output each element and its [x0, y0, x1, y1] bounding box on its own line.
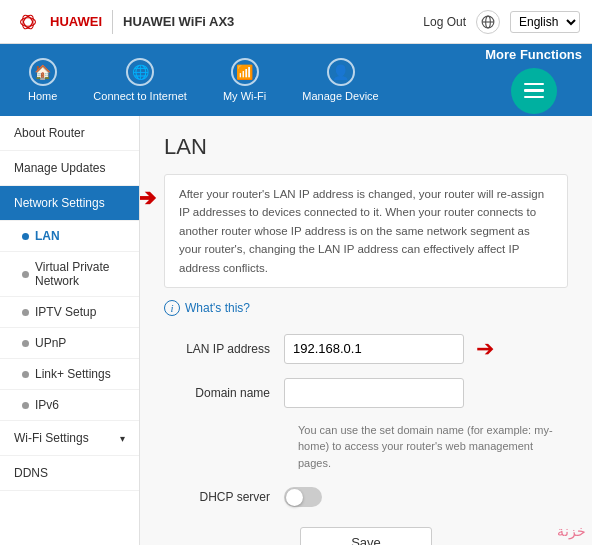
sidebar-item-ddns[interactable]: DDNS [0, 456, 139, 491]
sidebar: About Router Manage Updates Network Sett… [0, 116, 140, 545]
sidebar-item-linkplus[interactable]: Link+ Settings [0, 359, 139, 390]
nav-home-label: Home [28, 90, 57, 102]
nav-home[interactable]: 🏠 Home [10, 50, 75, 110]
lan-ip-label: LAN IP address [164, 342, 284, 356]
language-select[interactable]: English [510, 11, 580, 33]
language-globe-icon[interactable] [476, 10, 500, 34]
nav-wifi-label: My Wi-Fi [223, 90, 266, 102]
domain-name-input[interactable] [284, 378, 464, 408]
device-icon: 👤 [327, 58, 355, 86]
huawei-logo: HUAWEI [12, 12, 102, 32]
nav-device[interactable]: 👤 Manage Device [284, 50, 396, 110]
more-functions-label: More Functions [485, 47, 582, 62]
question-mark-icon: i [164, 300, 180, 316]
dot-icon [22, 271, 29, 278]
lan-ip-input-container: ➔ [284, 334, 484, 364]
nav-connect[interactable]: 🌐 Connect to Internet [75, 50, 205, 110]
info-arrow-icon: ➔ [140, 184, 156, 212]
huawei-logo-icon [12, 12, 44, 32]
dhcp-label: DHCP server [164, 490, 284, 504]
dot-icon [22, 309, 29, 316]
sidebar-item-about-router[interactable]: About Router [0, 116, 139, 151]
more-functions-area: More Functions [485, 47, 582, 114]
lan-ip-row: LAN IP address ➔ [164, 334, 568, 364]
chevron-down-icon: ▾ [120, 433, 125, 444]
content-area: LAN ➔ After your router's LAN IP address… [140, 116, 592, 545]
toggle-knob [286, 489, 303, 506]
active-dot [22, 233, 29, 240]
lan-ip-input[interactable] [284, 334, 464, 364]
sidebar-item-upnp[interactable]: UPnP [0, 328, 139, 359]
hamburger-icon [524, 83, 544, 99]
nav-connect-label: Connect to Internet [93, 90, 187, 102]
ip-arrow-icon: ➔ [476, 336, 494, 362]
svg-point-2 [21, 13, 36, 30]
home-icon: 🏠 [29, 58, 57, 86]
sidebar-item-manage-updates[interactable]: Manage Updates [0, 151, 139, 186]
more-functions-button[interactable] [511, 68, 557, 114]
nav-device-label: Manage Device [302, 90, 378, 102]
domain-name-label: Domain name [164, 386, 284, 400]
dhcp-row: DHCP server [164, 487, 568, 507]
connect-icon: 🌐 [126, 58, 154, 86]
page-title: LAN [164, 134, 568, 160]
main-content: About Router Manage Updates Network Sett… [0, 116, 592, 545]
dot-icon [22, 371, 29, 378]
sidebar-item-iptv[interactable]: IPTV Setup [0, 297, 139, 328]
dhcp-toggle[interactable] [284, 487, 322, 507]
sidebar-item-network-settings[interactable]: Network Settings [0, 186, 139, 221]
sidebar-item-ipv6[interactable]: IPv6 [0, 390, 139, 421]
info-text: After your router's LAN IP address is ch… [179, 188, 544, 274]
logout-button[interactable]: Log Out [423, 15, 466, 29]
product-name: HUAWEI WiFi AX3 [123, 14, 234, 29]
wifi-icon: 📶 [231, 58, 259, 86]
logo-text: HUAWEI [50, 14, 102, 29]
domain-hint: You can use the set domain name (for exa… [298, 422, 568, 472]
dhcp-toggle-container [284, 487, 322, 507]
whats-this[interactable]: i What's this? [164, 300, 568, 316]
domain-name-row: Domain name [164, 378, 568, 408]
header-divider [112, 10, 113, 34]
nav-wifi[interactable]: 📶 My Wi-Fi [205, 50, 284, 110]
save-row: Save [164, 527, 568, 545]
dot-icon [22, 402, 29, 409]
header: HUAWEI HUAWEI WiFi AX3 Log Out English [0, 0, 592, 44]
whats-this-label: What's this? [185, 301, 250, 315]
sidebar-item-lan[interactable]: LAN [0, 221, 139, 252]
navbar: 🏠 Home 🌐 Connect to Internet 📶 My Wi-Fi … [0, 44, 592, 116]
info-box: After your router's LAN IP address is ch… [164, 174, 568, 288]
info-section: ➔ After your router's LAN IP address is … [164, 174, 568, 288]
sidebar-item-vpn[interactable]: Virtual Private Network [0, 252, 139, 297]
dot-icon [22, 340, 29, 347]
sidebar-item-wifi-settings[interactable]: Wi-Fi Settings ▾ [0, 421, 139, 456]
header-actions: Log Out English [423, 10, 580, 34]
nav-items: 🏠 Home 🌐 Connect to Internet 📶 My Wi-Fi … [10, 50, 485, 110]
save-button[interactable]: Save [300, 527, 432, 545]
